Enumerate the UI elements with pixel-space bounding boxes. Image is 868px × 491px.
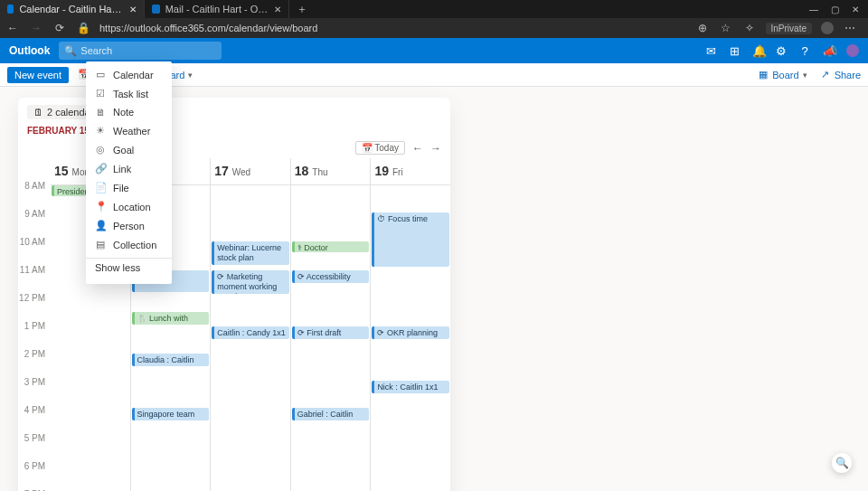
window-controls: — ▢ ✕ [800,5,868,14]
menu-item-link[interactable]: 🔗Link [86,159,172,178]
day-header[interactable]: 17Wed [211,158,290,185]
menu-item-person[interactable]: 👤Person [86,216,172,235]
menu-item-label: File [113,183,129,194]
menu-item-collection[interactable]: ▤Collection [86,235,172,254]
notification-icon[interactable]: 🔔 [752,44,763,58]
person-icon: 👤 [95,220,106,231]
calendar-event[interactable]: ⏱ Focus time [372,212,449,267]
board-view-picker[interactable]: ▦ Board ▾ [758,69,807,80]
calendar-event[interactable]: Caitlin : Candy 1x1 [212,326,289,339]
menu-show-less[interactable]: Show less [86,258,172,277]
goal-icon: ◎ [95,144,106,156]
menu-item-goal[interactable]: ◎Goal [86,140,172,159]
brand-label: Outlook [9,44,50,57]
back-button[interactable]: ← [5,22,20,34]
day-header[interactable]: 19Fri [371,158,450,185]
calendar-event[interactable]: 🍴 Lunch with Nate [132,312,210,325]
calendar-event[interactable]: ⟳ First draft review [292,326,370,339]
next-week-button[interactable]: → [430,142,441,155]
tab-favicon [152,5,160,14]
reading-mode-icon[interactable]: ⊕ [695,22,710,34]
day-body[interactable]: ⏱ Focus time⟳ OKR planning for C…Nick : … [371,185,450,491]
menu-item-file[interactable]: 📄File [86,178,172,197]
calendar-event[interactable]: Webinar: Lucerne stock plan [212,241,289,265]
menu-item-task-list[interactable]: ☑Task list [86,84,172,103]
calendar-event[interactable]: ⟳ OKR planning for C… [372,326,449,339]
day-column: 17WedWebinar: Lucerne stock plan⟳ Market… [210,158,290,491]
calendar-today-icon: 📅 [362,143,373,153]
menu-item-calendar[interactable]: ▭Calendar [86,65,172,84]
settings-icon[interactable]: ⚙ [776,44,787,58]
link-icon: 🔗 [95,163,106,175]
help-icon[interactable]: ? [799,44,810,58]
close-tab-icon[interactable]: ✕ [274,5,281,14]
new-event-button[interactable]: New event [7,67,69,83]
day-of-week: Thu [312,167,327,177]
megaphone-icon[interactable]: 📣 [823,44,834,58]
calendar-event[interactable]: Singapore team check [132,408,210,420]
maximize-button[interactable]: ▢ [831,5,839,14]
browser-addressbar: ← → ⟳ 🔒 https://outlook.office365.com/ca… [0,18,868,38]
day-number: 18 [295,164,309,178]
day-number: 19 [374,164,389,178]
calendar-event[interactable]: ⚕ Doctor [292,241,370,252]
overflow-icon[interactable]: ⋯ [843,22,857,34]
url-field[interactable]: https://outlook.office365.com/calendar/v… [99,23,686,33]
day-header[interactable]: 18Thu [291,158,371,185]
menu-item-weather[interactable]: ☀Weather [86,121,172,140]
chevron-down-icon: ▾ [803,71,807,80]
favourite-icon[interactable]: ☆ [719,22,733,34]
prev-week-button[interactable]: ← [412,142,423,155]
menu-item-label: Location [113,202,151,212]
share-label: Share [835,70,861,80]
calendar-event[interactable]: ⟳ Accessibility review [292,270,370,283]
card-today-button[interactable]: 📅 Today [355,141,405,155]
file-icon: 📄 [95,182,106,194]
browser-tab-1[interactable]: Mail - Caitlin Hart - Outlook ✕ [145,0,289,18]
add-to-board-menu: ▭Calendar☑Task list🗎Note☀Weather◎Goal🔗Li… [86,61,172,284]
time-label: 1 PM [18,321,51,349]
menu-item-note[interactable]: 🗎Note [86,103,172,121]
collections-icon[interactable]: ✧ [742,22,757,34]
browser-tab-0[interactable]: Calendar - Caitlin Hart - Outlook ✕ [0,0,145,18]
mail-icon[interactable]: ✉ [705,44,716,58]
day-number: 15 [54,164,69,178]
menu-item-label: Note [113,107,134,118]
day-number: 17 [214,164,229,178]
share-button[interactable]: ↗ Share [820,69,861,80]
calendar-card: 🗓 2 calendars ▾ FEBRUARY 15 – 19 ▾ 📅 Tod… [18,98,450,491]
day-column: 18Thu⚕ Doctor⟳ Accessibility review⟳ Fir… [290,158,371,491]
calendar-event[interactable]: Gabriel : Caitlin 1x1 [292,408,370,420]
time-label: 5 PM [18,433,51,461]
note-icon: 🗎 [95,107,106,118]
teams-icon[interactable]: ⊞ [729,44,740,58]
calendar-event[interactable]: Nick : Caitlin 1x1 [372,381,449,393]
close-tab-icon[interactable]: ✕ [129,5,137,14]
menu-item-location[interactable]: 📍Location [86,197,172,216]
time-label: 10 AM [18,237,51,265]
forward-button[interactable]: → [29,22,43,34]
search-box[interactable]: 🔍 Search [59,42,222,60]
suite-header: Outlook 🔍 Search ✉ ⊞ 🔔 ⚙ ? 📣 [0,38,868,63]
weather-icon: ☀ [95,125,106,137]
refresh-button[interactable]: ⟳ [52,22,67,34]
day-body[interactable]: Webinar: Lucerne stock plan⟳ Marketing m… [211,185,290,491]
calendar-event[interactable]: Claudia : Caitlin 1x1 [132,354,210,366]
time-label: 2 PM [18,349,51,377]
calendar-event[interactable]: ⟳ Marketing moment working meeting [212,270,289,294]
task-list-icon: ☑ [95,88,106,99]
location-icon: 📍 [95,201,106,212]
lock-icon[interactable]: 🔒 [76,22,90,34]
date-range-label: FEBRUARY 15 – 19 ▾ [18,123,450,141]
close-window-button[interactable]: ✕ [852,5,859,14]
time-label: 12 PM [18,293,51,321]
profile-avatar[interactable] [821,22,834,34]
minimize-button[interactable]: — [809,5,818,14]
calendar-grid: 8 AM9 AM10 AM11 AM12 PM1 PM2 PM3 PM4 PM5… [18,158,450,491]
tab-title: Calendar - Caitlin Hart - Outlook [19,4,124,14]
new-tab-button[interactable]: ＋ [289,2,315,17]
day-body[interactable]: ⚕ Doctor⟳ Accessibility review⟳ First dr… [291,185,371,491]
zoom-fab[interactable]: 🔍 [832,453,852,473]
me-avatar[interactable] [846,44,859,57]
search-placeholder: Search [80,45,112,56]
